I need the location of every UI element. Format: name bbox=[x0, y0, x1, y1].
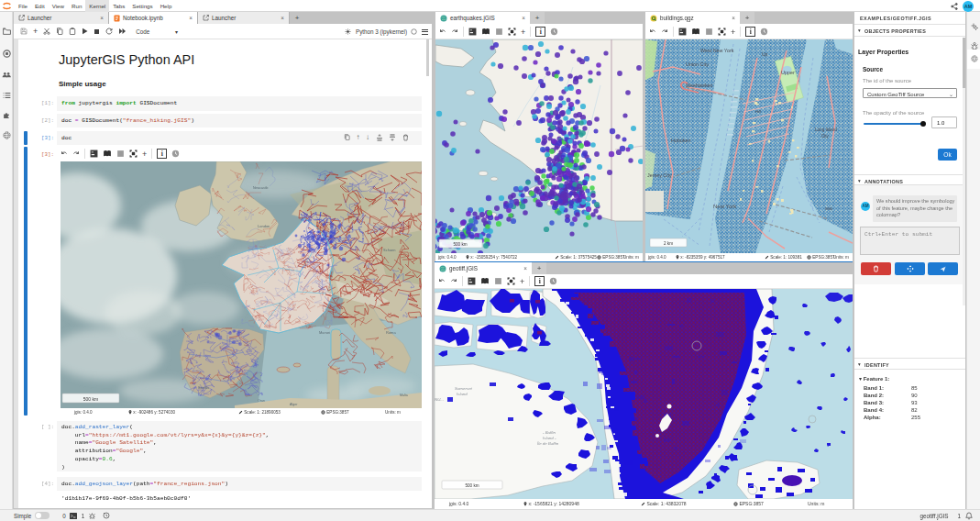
svg-text:Schoen: Schoen bbox=[383, 248, 396, 252]
svg-text:NU...: NU... bbox=[435, 397, 444, 402]
svg-text:Île de Baffin: Île de Baffin bbox=[537, 441, 559, 446]
svg-text:2 km: 2 km bbox=[664, 241, 673, 246]
svg-text:- Baffin: - Baffin bbox=[543, 430, 556, 435]
svg-text:500 km: 500 km bbox=[453, 242, 467, 247]
svg-text:Sevilla: Sevilla bbox=[198, 385, 210, 390]
svg-text:London: London bbox=[258, 224, 270, 228]
svg-text:Hoboken: Hoboken bbox=[671, 138, 691, 143]
svg-text:Marsei: Marsei bbox=[319, 330, 330, 335]
svg-text:500 km: 500 km bbox=[465, 483, 479, 488]
svg-text:Up: Up bbox=[762, 51, 768, 57]
svg-text:Weehawken: Weehawken bbox=[686, 83, 713, 88]
svg-text:Newcastle: Newcastle bbox=[253, 186, 269, 190]
svg-text:Upper: Upper bbox=[781, 70, 795, 75]
svg-text:Somerset: Somerset bbox=[455, 386, 473, 391]
svg-text:City: City bbox=[821, 134, 830, 139]
svg-text:Island: Island bbox=[457, 392, 468, 396]
svg-text:Malta: Malta bbox=[400, 394, 408, 397]
svg-text:New York: New York bbox=[713, 204, 737, 209]
svg-text:West New York: West New York bbox=[700, 48, 734, 53]
svg-text:Long Island: Long Island bbox=[815, 127, 837, 132]
svg-text:Union City: Union City bbox=[686, 61, 709, 67]
svg-text:Alger: Alger bbox=[290, 403, 298, 406]
svg-text:Oran: Oran bbox=[258, 399, 265, 403]
svg-text:500 km: 500 km bbox=[83, 396, 98, 402]
svg-text:Hill: Hill bbox=[755, 109, 761, 114]
svg-text:Island -: Island - bbox=[543, 436, 556, 440]
svg-text:Roma: Roma bbox=[386, 330, 396, 335]
svg-text:Jersey City: Jersey City bbox=[647, 172, 672, 178]
svg-text:Willi: Willi bbox=[825, 206, 832, 211]
